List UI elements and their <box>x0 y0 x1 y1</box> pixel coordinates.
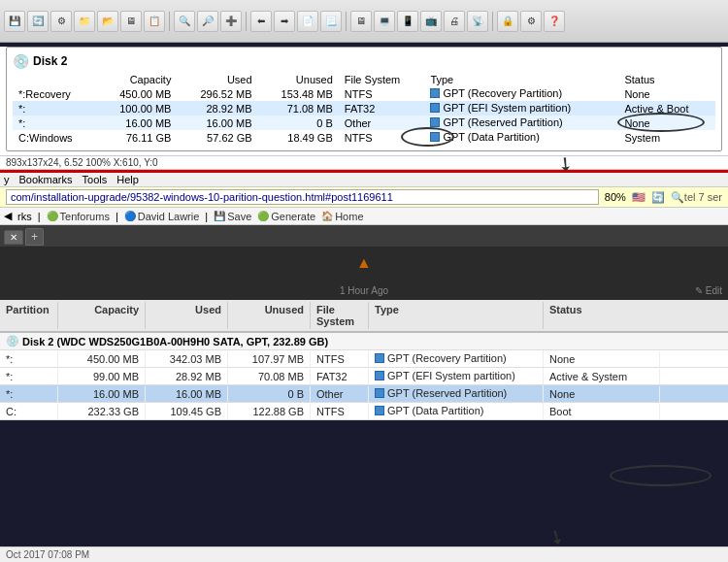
top-disk-cell: System <box>618 130 715 145</box>
top-disk-cell: NTFS <box>339 130 425 145</box>
dm-cell: 122.88 GB <box>228 404 311 419</box>
dm-cell: None <box>544 351 660 367</box>
top-disk-title: 💿 Disk 2 <box>13 53 715 69</box>
bookmark-generate[interactable]: 🟢 Generate <box>257 211 315 222</box>
toolbar-icon-doc1[interactable]: 📄 <box>297 11 318 32</box>
toolbar-icon-tv[interactable]: 📺 <box>420 11 442 32</box>
top-disk-cell: None <box>618 116 715 130</box>
toolbar-icon-monitor[interactable]: 🖥 <box>120 11 142 32</box>
top-disk-cell: 71.08 MB <box>258 101 339 116</box>
dm-cell: None <box>544 386 660 402</box>
flag-icon: 🇺🇸 <box>632 191 645 204</box>
top-disk-cell: GPT (Recovery Partition) <box>424 86 618 101</box>
toolbar-icon-clipboard[interactable]: 📋 <box>144 11 165 32</box>
toolbar: 💾 🔄 ⚙ 📁 📂 🖥 📋 🔍 🔎 ➕ ⬅ ➡ 📄 📃 🖥 💻 📱 📺 🖨 📡 … <box>0 0 728 43</box>
dm-data-row[interactable]: *:450.00 MB342.03 MB107.97 MBNTFS GPT (R… <box>0 350 728 368</box>
toolbar-icon-settings[interactable]: ⚙ <box>50 11 72 32</box>
dm-cell: 109.45 GB <box>146 404 228 419</box>
dm-data-row[interactable]: *:99.00 MB28.92 MB70.08 MBFAT32 GPT (EFI… <box>0 368 728 385</box>
dm-cell: *: <box>0 369 58 384</box>
dm-col-capacity: Capacity <box>58 302 146 329</box>
dm-cell: 99.00 MB <box>58 369 146 384</box>
dm-col-used: Used <box>146 302 228 329</box>
top-col-type: Type <box>424 73 618 86</box>
disk-icon: 💿 <box>13 53 29 69</box>
dm-footer-text: Oct 2017 07:08 PM <box>6 549 89 560</box>
edit-button[interactable]: ✎ Edit <box>695 285 722 296</box>
dm-data-row[interactable]: C:232.33 GB109.45 GB122.88 GBNTFS GPT (D… <box>0 403 728 420</box>
circle-active-system-bottom <box>610 465 711 486</box>
toolbar-icon-network[interactable]: 📡 <box>467 11 488 32</box>
toolbar-separator-4 <box>492 12 493 31</box>
generate-icon: 🟢 <box>257 211 269 221</box>
toolbar-separator-2 <box>246 12 247 31</box>
bookmarks-bar: ◀ rks | 🟢 Tenforums | 🔵 David Lawrie | 💾… <box>0 208 728 225</box>
top-col-capacity: Capacity <box>96 73 177 86</box>
menu-item-y[interactable]: y <box>4 174 10 185</box>
top-disk-cell: *: <box>13 116 96 130</box>
toolbar-icon-folder[interactable]: 📁 <box>74 11 95 32</box>
toolbar-icon-lock[interactable]: 🔒 <box>497 11 518 32</box>
dm-cell: 0 B <box>228 386 311 402</box>
dm-cell: 450.00 MB <box>58 351 146 367</box>
dm-cell: 232.33 GB <box>58 404 146 419</box>
zoom-level: 80% <box>605 191 626 203</box>
toolbar-icon-mobile[interactable]: 📱 <box>397 11 418 32</box>
toolbar-icon-back[interactable]: ⬅ <box>250 11 272 32</box>
top-col-status: Status <box>618 73 715 86</box>
top-disk-cell: GPT (Reserved Partition) <box>424 116 618 130</box>
dm-cell: GPT (Recovery Partition) <box>369 350 544 367</box>
top-disk-name: Disk 2 <box>33 54 67 68</box>
top-disk-cell: NTFS <box>339 86 425 101</box>
menu-item-help[interactable]: Help <box>116 174 139 185</box>
toolbar-icon-open[interactable]: 📂 <box>97 11 118 32</box>
top-col-used: Used <box>177 73 257 86</box>
toolbar-icon-forward[interactable]: ➡ <box>274 11 295 32</box>
toolbar-icon-refresh[interactable]: 🔄 <box>27 11 49 32</box>
menu-item-bookmarks[interactable]: Bookmarks <box>19 174 73 185</box>
toolbar-icon-doc2[interactable]: 📃 <box>320 11 342 32</box>
toolbar-icon-print[interactable]: 🖨 <box>444 11 465 32</box>
reload-icon[interactable]: 🔄 <box>651 191 665 204</box>
toolbar-icon-add[interactable]: ➕ <box>220 11 242 32</box>
top-disk-cell: 0 B <box>258 116 339 130</box>
url-input[interactable] <box>6 189 599 205</box>
dm-cell: GPT (EFI System partition) <box>369 368 544 384</box>
bookmark-david[interactable]: 🔵 David Lawrie <box>124 211 200 222</box>
toolbar-icon-help[interactable]: ❓ <box>544 11 565 32</box>
top-section: 💿 Disk 2 Capacity Used Unused File Syste… <box>0 47 728 173</box>
warning-icon: ▲ <box>356 254 372 272</box>
toolbar-icon-zoom[interactable]: 🔎 <box>197 11 218 32</box>
top-disk-table: Capacity Used Unused File System Type St… <box>13 73 715 145</box>
browser-urlbar: 80% 🇺🇸 🔄 🔍tel 7 ser <box>0 187 728 208</box>
bookmark-tenforums[interactable]: 🟢 Tenforums <box>47 211 110 222</box>
dm-cell: C: <box>0 404 58 419</box>
top-disk-row: C:Windows76.11 GB57.62 GB18.49 GBNTFS GP… <box>13 130 715 145</box>
dm-cell: *: <box>0 351 58 367</box>
top-disk-cell: C:Windows <box>13 130 96 145</box>
toolbar-icon-desktop[interactable]: 🖥 <box>350 11 372 32</box>
toolbar-icon-search[interactable]: 🔍 <box>174 11 195 32</box>
status-bar: 893x137x24, 6.52 100% X:610, Y:0 <box>0 155 728 170</box>
top-col-unused: Unused <box>258 73 339 86</box>
toolbar-icon-laptop[interactable]: 💻 <box>374 11 395 32</box>
browser-menubar: y Bookmarks Tools Help <box>0 173 728 187</box>
top-disk-cell: 296.52 MB <box>177 86 257 101</box>
tab-close-button[interactable]: ✕ <box>4 230 23 245</box>
dm-col-status: Status <box>544 302 660 329</box>
bookmark-home[interactable]: 🏠 Home <box>321 211 363 222</box>
toolbar-icon-gear[interactable]: ⚙ <box>520 11 542 32</box>
dm-cell: GPT (Data Partition) <box>369 403 544 419</box>
dm-cell: Other <box>311 386 369 402</box>
bookmark-save[interactable]: 💾 Save <box>214 211 251 222</box>
dm-col-unused: Unused <box>228 302 311 329</box>
back-icon[interactable]: ◀ <box>4 210 12 222</box>
toolbar-icon-save[interactable]: 💾 <box>4 11 25 32</box>
bookmark-sep-1: | <box>38 211 41 222</box>
tab-add-button[interactable]: + <box>25 228 44 246</box>
bookmark-sep-3: | <box>205 211 208 222</box>
top-disk-cell: 450.00 MB <box>96 86 177 101</box>
top-disk-cell: None <box>618 86 715 101</box>
menu-item-tools[interactable]: Tools <box>83 174 108 185</box>
dm-data-row[interactable]: *:16.00 MB16.00 MB0 BOther GPT (Reserved… <box>0 385 728 403</box>
